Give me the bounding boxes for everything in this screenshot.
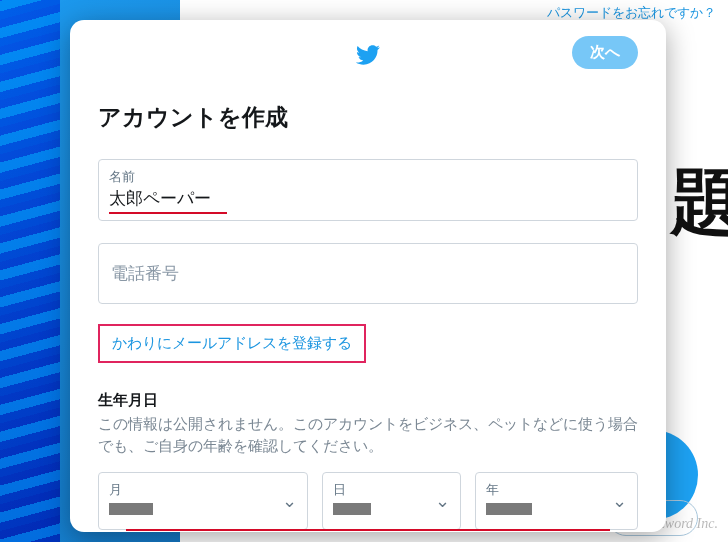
- dob-year-select[interactable]: 年 ⌄: [475, 472, 638, 530]
- phone-field[interactable]: 電話番号: [98, 243, 638, 304]
- use-email-instead-link[interactable]: かわりにメールアドレスを登録する: [112, 334, 352, 351]
- dob-month-label: 月: [109, 481, 297, 499]
- dob-day-value-redacted: [333, 503, 371, 515]
- chevron-down-icon: ⌄: [282, 490, 297, 512]
- modal-title: アカウントを作成: [98, 102, 638, 133]
- dob-year-value-redacted: [486, 503, 532, 515]
- decorative-stripe: [0, 0, 60, 542]
- name-underline-highlight: [109, 212, 227, 214]
- dob-description: この情報は公開されません。このアカウントをビジネス、ペットなどに使う場合でも、ご…: [98, 414, 638, 458]
- dob-month-select[interactable]: 月 ⌄: [98, 472, 308, 530]
- next-button[interactable]: 次へ: [572, 36, 638, 69]
- background-headline-fragment: 題力: [670, 155, 728, 251]
- email-instead-highlight-box: かわりにメールアドレスを登録する: [98, 324, 366, 363]
- chevron-down-icon: ⌄: [612, 490, 627, 512]
- dob-year-label: 年: [486, 481, 627, 499]
- chevron-down-icon: ⌄: [435, 490, 450, 512]
- modal-header: 次へ: [98, 34, 638, 76]
- name-field[interactable]: 名前: [98, 159, 638, 221]
- dob-group: 月 ⌄ 日 ⌄ 年 ⌄: [98, 472, 638, 530]
- dob-heading: 生年月日: [98, 391, 638, 410]
- dob-day-label: 日: [333, 481, 450, 499]
- dob-day-select[interactable]: 日 ⌄: [322, 472, 461, 530]
- signup-modal: 次へ アカウントを作成 名前 電話番号 かわりにメールアドレスを登録する 生年月…: [70, 20, 666, 532]
- dob-month-value-redacted: [109, 503, 153, 515]
- name-field-label: 名前: [109, 168, 627, 186]
- twitter-logo-icon: [355, 42, 381, 68]
- dob-underline-highlight: [126, 529, 610, 531]
- name-input[interactable]: [109, 188, 627, 208]
- phone-placeholder: 電話番号: [111, 264, 179, 283]
